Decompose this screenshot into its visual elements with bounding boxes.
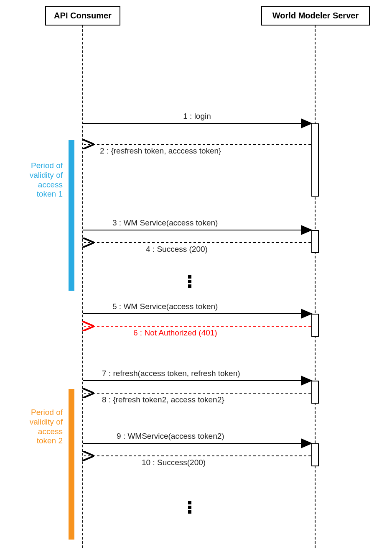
participant-server-label: World Modeler Server [272,11,359,20]
period-bar-2 [69,389,74,540]
participant-consumer: API Consumer [45,6,120,26]
period-bar-1 [69,140,74,291]
period-label-1: Period of validity of access token 1 [13,161,63,199]
activation-server-4 [311,381,319,404]
lifeline-server [315,25,316,548]
activation-server-1 [311,123,319,197]
ellipsis-icon [188,274,191,289]
sequence-diagram: API Consumer World Modeler Server Period… [0,0,392,550]
activation-server-3 [311,314,319,337]
lifeline-consumer [82,25,83,548]
participant-server: World Modeler Server [261,6,370,26]
activation-server-5 [311,443,319,466]
activation-server-2 [311,230,319,253]
period-label-2: Period of validity of access token 2 [13,408,63,446]
participant-consumer-label: API Consumer [54,11,112,20]
ellipsis-icon [188,500,191,515]
arrows-layer [0,0,392,550]
